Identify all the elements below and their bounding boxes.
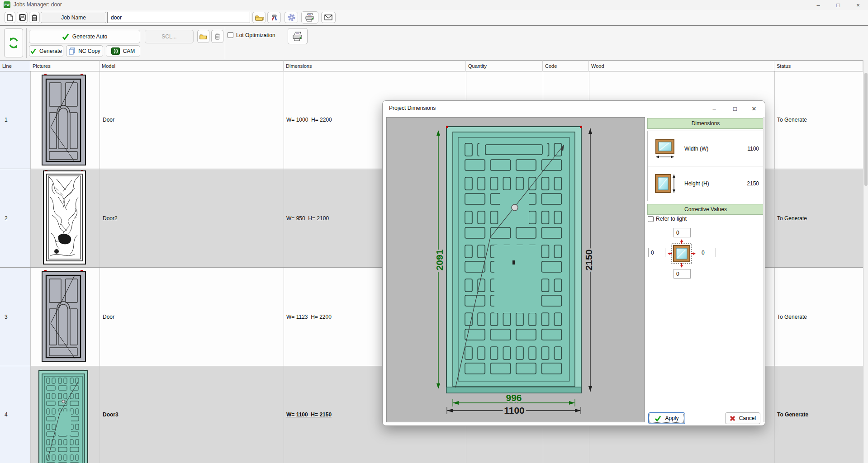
settings-tools-button[interactable]	[267, 12, 281, 23]
refresh-icon	[7, 37, 20, 49]
row-line-number: 4	[5, 411, 8, 418]
header-label: Quantity	[468, 63, 487, 69]
job-name-input[interactable]	[107, 12, 250, 23]
header-label: Dimensions	[286, 63, 312, 69]
model-cell: Door	[103, 117, 114, 123]
lot-optimization-checkbox[interactable]	[228, 32, 233, 38]
dimensions-cell: W= 1100 H= 2150	[286, 411, 332, 418]
open-job-button[interactable]	[252, 12, 266, 23]
tools-icon	[270, 14, 278, 21]
column-header-dimensions: Dimensions	[284, 60, 466, 71]
corrective-right-input[interactable]	[699, 248, 716, 257]
window-title: Jobs Manager: door	[14, 1, 62, 8]
maximize-icon[interactable]: □	[727, 102, 743, 115]
new-document-icon	[7, 14, 13, 21]
close-icon[interactable]: ×	[848, 0, 868, 10]
height-row[interactable]: Height (H) 2150	[648, 166, 764, 201]
cam-icon	[111, 47, 120, 55]
column-header-line: Line	[0, 60, 30, 71]
door-drawing: 2091 2150 996 1100	[387, 118, 645, 422]
save-icon	[19, 14, 26, 21]
width-row[interactable]: Width (W) 1100	[648, 131, 764, 166]
lot-optimization-label: Lot Optimization	[236, 32, 275, 38]
nc-copy-label: NC Copy	[78, 48, 100, 54]
section-title: Corrective Values	[684, 206, 727, 213]
apply-label: Apply	[665, 415, 678, 421]
height-value[interactable]: 2150	[747, 180, 759, 187]
cam-button[interactable]: CAM	[106, 45, 140, 57]
trash-icon	[31, 14, 38, 21]
door-picture[interactable]	[42, 270, 86, 362]
print-job-button[interactable]	[301, 11, 318, 24]
maximize-icon[interactable]: □	[828, 0, 848, 10]
column-header-pictures: Pictures	[30, 60, 100, 71]
corrective-left-input[interactable]	[648, 248, 665, 257]
generate-button[interactable]: Generate	[29, 45, 63, 57]
status-cell: To Generate	[777, 215, 807, 222]
width-value[interactable]: 1100	[747, 146, 759, 152]
folder-open-icon	[199, 33, 207, 39]
header-label: Status	[777, 63, 791, 69]
status-cell: To Generate	[777, 314, 807, 320]
save-job-button[interactable]	[17, 12, 28, 23]
lot-print-button[interactable]	[288, 28, 308, 44]
table-scrollbar[interactable]	[863, 60, 868, 463]
apply-check-icon	[655, 416, 661, 421]
job-name-label: Job Name	[41, 12, 106, 23]
cam-label: CAM	[123, 48, 135, 54]
minimize-icon[interactable]: –	[808, 0, 828, 10]
scl-delete-button[interactable]	[211, 30, 223, 43]
door-picture-selected[interactable]	[38, 370, 88, 463]
options-button[interactable]	[285, 12, 298, 23]
scrollbar-thumb[interactable]	[864, 73, 868, 186]
column-header-quantity: Quantity	[466, 60, 543, 71]
dimensions-panel: Width (W) 1100 Height (H) 2150	[647, 131, 764, 201]
check-icon	[30, 48, 36, 54]
section-title: Dimensions	[692, 120, 720, 127]
header-label: Wood	[591, 63, 604, 69]
new-job-button[interactable]	[5, 12, 15, 23]
main-toolbar: Job Name	[0, 10, 868, 26]
scl-button[interactable]: SCL...	[145, 30, 194, 43]
refer-to-light-checkbox[interactable]	[648, 216, 654, 222]
corrective-window-icon	[668, 239, 696, 268]
scl-open-button[interactable]	[197, 30, 209, 43]
cancel-x-icon	[730, 416, 735, 421]
app-icon: PW	[4, 1, 10, 8]
door-preview-panel: 2091 2150 996 1100	[386, 117, 645, 422]
refer-to-light-label: Refer to light	[656, 216, 687, 222]
window-height-icon	[655, 173, 676, 194]
door-picture[interactable]	[42, 74, 86, 166]
cancel-label: Cancel	[739, 415, 756, 421]
dialog-title: Project Dimensions	[389, 105, 436, 111]
status-cell: To Generate	[777, 117, 807, 123]
header-label: Pictures	[33, 63, 51, 69]
generate-label: Generate	[39, 48, 62, 54]
app-window: PW Jobs Manager: door – □ ×	[0, 0, 868, 463]
project-dimensions-dialog: Project Dimensions – □ ✕	[382, 100, 765, 426]
check-icon	[62, 33, 69, 40]
job-name-label-text: Job Name	[61, 14, 86, 21]
toolbar-separator	[26, 28, 27, 58]
email-button[interactable]	[321, 12, 336, 23]
cancel-button[interactable]: Cancel	[725, 412, 760, 424]
door-picture[interactable]	[43, 170, 86, 265]
print-icon	[305, 13, 315, 22]
trash-icon	[214, 33, 220, 40]
minimize-icon[interactable]: –	[707, 102, 722, 115]
refresh-button[interactable]	[4, 28, 23, 57]
header-label: Line	[2, 63, 12, 69]
close-icon[interactable]: ✕	[746, 102, 762, 115]
row-line-number: 2	[5, 215, 8, 222]
generate-toolbar: Generate Auto Generate NC Copy CAM SCL.	[0, 26, 868, 60]
model-cell: Door2	[103, 215, 118, 222]
window-width-icon	[655, 138, 676, 159]
apply-button[interactable]: Apply	[648, 412, 685, 424]
print-icon	[292, 32, 303, 41]
nc-copy-button[interactable]: NC Copy	[66, 45, 103, 57]
corrective-top-input[interactable]	[674, 228, 691, 237]
delete-job-button[interactable]	[29, 12, 40, 23]
corrective-section-header: Corrective Values	[647, 204, 764, 215]
generate-auto-button[interactable]: Generate Auto	[29, 30, 140, 43]
corrective-bottom-input[interactable]	[674, 269, 691, 279]
